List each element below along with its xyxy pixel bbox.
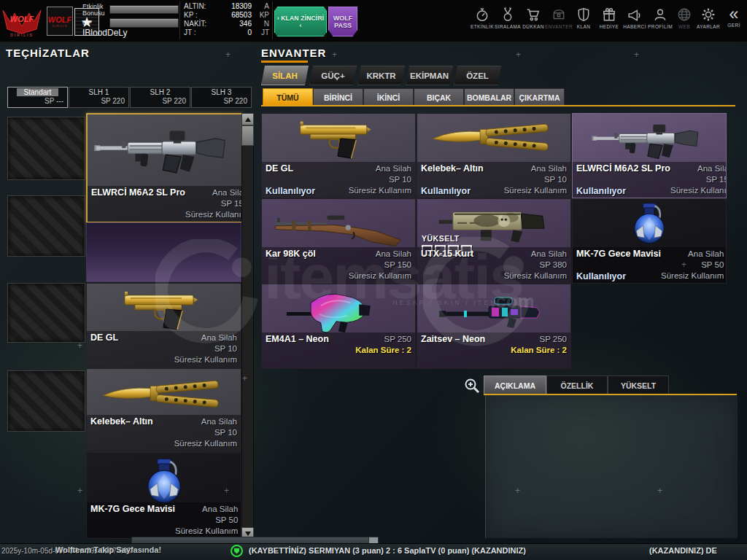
grenade-blue-image [142, 454, 187, 505]
equip-tab-slh1[interactable]: SLH 1 SP 220 [69, 87, 129, 108]
rifle-neon-image [276, 284, 400, 340]
chest-icon [551, 7, 566, 22]
gift-icon [602, 7, 616, 22]
subtab-tumu[interactable]: TÜMÜ [263, 88, 313, 106]
tab-ozel[interactable]: ÖZEL [454, 66, 501, 85]
wolf-pass-button[interactable]: WOLF PASS [328, 7, 357, 36]
equipped-item-mk7g[interactable]: MK-7G Gece Mavisi Ana Silah SP 50 Süresi… [86, 452, 241, 539]
empty-equip-slot-purple[interactable] [86, 222, 241, 282]
decor-plus-icon [77, 486, 82, 496]
empty-slot[interactable] [7, 370, 85, 432]
equipped-item-kelebek[interactable]: Kelebek– Altın Ana Silah SP 10 Süresiz K… [86, 368, 241, 451]
decor-plus-icon [225, 50, 231, 60]
nav-ayarlar[interactable]: AYARLAR [695, 7, 721, 38]
sniper-neon-image [425, 290, 563, 335]
tab-silah[interactable]: SİLAH [261, 66, 309, 85]
grenade-blue-image [629, 199, 670, 246]
pistol-gold-image [117, 285, 212, 332]
inventory-title: ENVANTER [261, 47, 326, 59]
nav-profilim[interactable]: PROFİLİM [647, 7, 673, 38]
nav-envanter[interactable]: ENVANTER [546, 7, 572, 38]
nav-klan[interactable]: KLAN [570, 7, 597, 38]
nav-etkinlik[interactable]: ETKİNLİK [469, 7, 495, 38]
currency-row-nakit: NAKİT: 346 N [180, 20, 272, 28]
announcement-text: Wolfteam Takip Sayfasında! [55, 545, 161, 554]
inventory-card-m6a2[interactable]: ELWRCİ M6A2 SL Pro Kullanılıyor Ana Sila… [572, 113, 727, 198]
guard-shield-icon [231, 545, 243, 557]
clan-emblem[interactable]: WOLF DIRILIS [47, 7, 73, 36]
match-result-text: (KAYBETTİNİZ) SERMIYAN (3 puan) 2 : 6 Sa… [249, 546, 526, 555]
klan-zinciri-button[interactable]: › KLAN ZİNCİRİ ‹ [274, 7, 327, 36]
decor-plus-icon [77, 341, 82, 351]
equipped-item-m6a2[interactable]: ELWRCİ M6A2 SL Pro Ana Silah SP 150 Süre… [86, 113, 243, 223]
triangle-up-icon [245, 117, 251, 122]
equip-tab-slh3[interactable]: SLH 3 SP 220 [191, 87, 252, 108]
subtab-bombalar[interactable]: BOMBALAR [464, 88, 514, 106]
svg-text:WOLF: WOLF [10, 15, 34, 23]
empty-slot[interactable] [7, 283, 85, 343]
nav-haberci[interactable]: HABERCİ [622, 7, 648, 38]
subtab-bicak[interactable]: BIÇAK [414, 88, 464, 106]
decor-plus-icon [516, 50, 521, 60]
inventory-card-kar98k[interactable]: Kar 98K çöl Ana Silah SP 150 Süresiz Kul… [261, 198, 416, 284]
decor-plus-icon [657, 486, 662, 496]
currency-row-kp: KP : 68503 KP [180, 11, 272, 20]
player-name: IBloodDeLy [82, 28, 128, 38]
inventory-card-kelebek[interactable]: Kelebek– Altın Kullanılıyor Ana Silah SP… [417, 113, 571, 198]
event-bonus-label-2: Bonusu [82, 10, 105, 17]
subtab-ikinci[interactable]: İKİNCİ [363, 88, 414, 106]
gp-label: GP [82, 20, 92, 26]
shield-icon [576, 7, 591, 22]
equip-tab-slh2[interactable]: SLH 2 SP 220 [130, 87, 190, 108]
inventory-card-degl[interactable]: DE GL Kullanılıyor Ana Silah SP 10 Süres… [261, 113, 416, 198]
tab-ekipman[interactable]: EKİPMAN [406, 66, 453, 85]
butterfly-knife-gold-image [425, 118, 563, 156]
inventory-card-em4a1-neon[interactable]: EM4A1 – Neon SP 250 Kalan Süre : 2 [261, 284, 416, 369]
game-screen: WOLF DIRILIS WOLF DIRILIS ★ Etkinlik Bon… [0, 0, 747, 560]
inventory-card-utx15[interactable]: YÜKSELT UTX-15 Kurt Ana Silah SP 380 Sür… [417, 198, 571, 284]
equip-tab-standart[interactable]: Standart SP --- [7, 87, 68, 108]
tab-krktr[interactable]: KRKTR [357, 66, 405, 85]
inventory-card-zaitsev-neon[interactable]: Zaitsev – Neon SP 250 Kalan Süre : 2 [417, 284, 571, 369]
event-bonus-bar [109, 5, 179, 14]
clan-emblem-mark: WOLF [48, 15, 71, 24]
gear-icon [701, 7, 716, 22]
nav-siralama[interactable]: SIRALAMA [495, 7, 521, 38]
pistol-gold-image [295, 115, 382, 160]
tab-guc[interactable]: GÜÇ+ [309, 66, 357, 85]
back-icon: « [729, 7, 739, 20]
detail-tab-aciklama[interactable]: AÇIKLAMA [484, 376, 546, 394]
subtab-birinci[interactable]: BİRİNCİ [313, 88, 363, 106]
scrollbar-thumb[interactable] [241, 125, 254, 146]
nav-geri[interactable]: « GERİ [721, 7, 747, 38]
decor-plus-icon [515, 486, 520, 496]
currency-row-altin: ALTIN: 18309 A [180, 2, 272, 11]
inventory-card-mk7g[interactable]: MK-7G Gece Mavisi Kullanılıyor Ana Silah… [572, 198, 727, 284]
decor-plus-icon [242, 373, 247, 384]
rifle-silver-image [93, 119, 236, 183]
scroll-up-button[interactable] [241, 113, 254, 125]
empty-slot[interactable] [7, 195, 85, 257]
decor-plus-icon [224, 486, 229, 496]
rifle-silver-image [591, 115, 708, 166]
decor-plus-icon [634, 50, 639, 60]
currency-row-jt: JT : 0 JT [180, 28, 272, 37]
inventory-title-underline [261, 61, 308, 63]
detail-tab-ozellik[interactable]: ÖZELLİK [546, 376, 608, 394]
detail-tab-yukselt[interactable]: YÜKSELT [608, 376, 669, 394]
triangle-down-icon [245, 532, 251, 536]
subtab-cikartma[interactable]: ÇIKARTMA [514, 88, 565, 106]
match-result-right-text: (KAZANDINIZ) DE [649, 546, 717, 555]
nav-web[interactable]: WEB [671, 7, 697, 38]
equipped-item-degl[interactable]: DE GL Ana Silah SP 10 Süresiz Kullanım [86, 283, 241, 368]
nav-dukkan[interactable]: DÜKKAN [520, 7, 546, 38]
stopwatch-icon [475, 7, 489, 22]
butterfly-knife-gold-image [95, 375, 233, 413]
scrollbar-track[interactable] [241, 113, 254, 540]
zoom-in-icon[interactable] [463, 377, 481, 394]
empty-slot[interactable] [7, 117, 85, 180]
globe-icon [677, 7, 692, 22]
svg-text:DIRILIS: DIRILIS [10, 33, 34, 37]
nav-hediye[interactable]: HEDİYE [596, 7, 622, 38]
rifle-wood-image [269, 205, 408, 249]
